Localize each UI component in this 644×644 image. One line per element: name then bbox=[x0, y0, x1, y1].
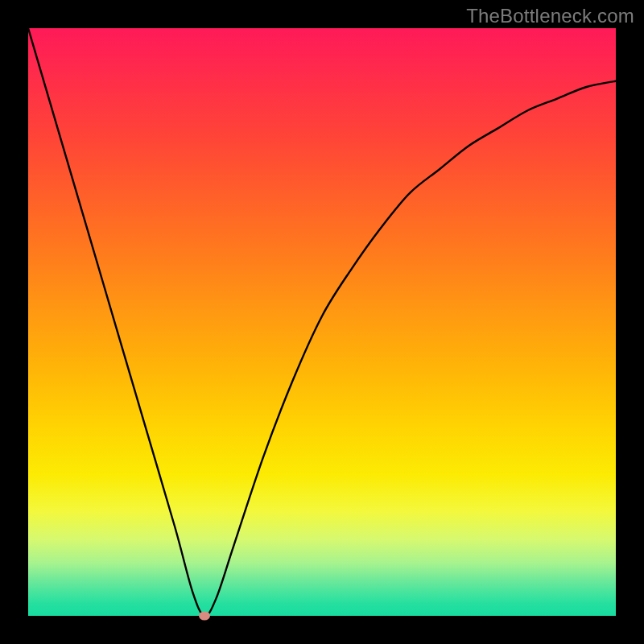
plot-area bbox=[28, 28, 616, 616]
min-marker bbox=[199, 612, 210, 621]
bottleneck-curve bbox=[28, 28, 616, 616]
curve-svg bbox=[28, 28, 616, 616]
watermark-text: TheBottleneck.com bbox=[466, 5, 634, 27]
chart-frame: TheBottleneck.com bbox=[0, 0, 644, 644]
